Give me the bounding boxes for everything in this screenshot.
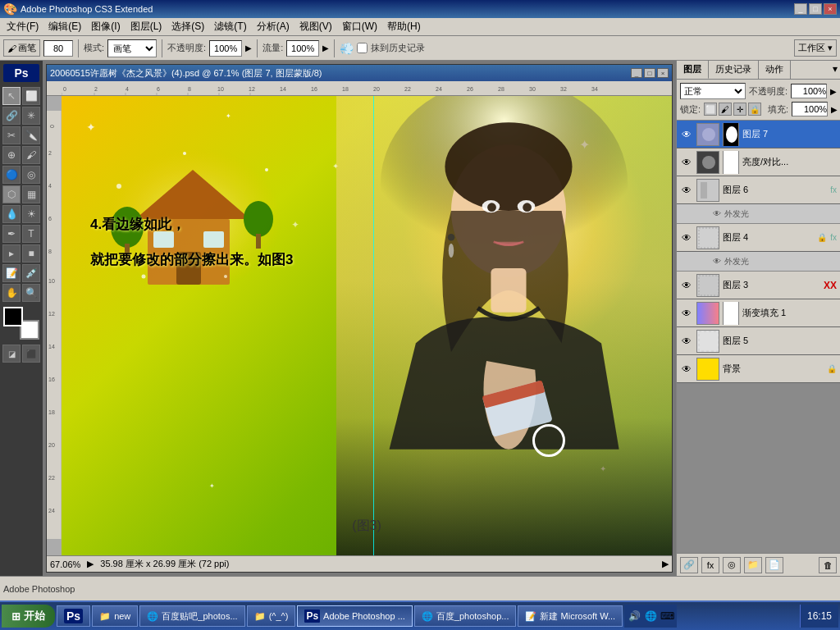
- gradient-tool[interactable]: ▦: [22, 185, 40, 203]
- dodge-tool[interactable]: ☀: [22, 205, 40, 223]
- brush-size-input[interactable]: [43, 40, 73, 57]
- lock-position-btn[interactable]: ✛: [733, 103, 746, 116]
- canvas-controls[interactable]: _ □ ×: [631, 68, 669, 78]
- foreground-color[interactable]: [3, 307, 23, 326]
- layer-visibility-3[interactable]: 👁: [680, 279, 693, 292]
- fill-arrow-icon[interactable]: ▶: [831, 105, 838, 114]
- new-group-btn[interactable]: 📁: [744, 557, 762, 573]
- new-layer-btn[interactable]: 📄: [765, 557, 783, 573]
- tray-icon-2[interactable]: 🌐: [644, 609, 657, 623]
- layer-item-7[interactable]: 👁 图层 7: [677, 121, 840, 148]
- layer-visibility-brightness[interactable]: 👁: [680, 156, 693, 169]
- minimize-button[interactable]: _: [794, 3, 807, 15]
- shape-tool[interactable]: ■: [22, 244, 40, 262]
- fill-ctrl-input[interactable]: [792, 102, 828, 116]
- canvas-minimize[interactable]: _: [631, 68, 642, 78]
- link-layers-btn[interactable]: 🔗: [680, 557, 698, 573]
- history-checkbox[interactable]: [357, 43, 368, 53]
- screen-mode-btn[interactable]: ⬛: [22, 345, 40, 363]
- color-swatch[interactable]: [3, 307, 39, 340]
- layer-visibility-5[interactable]: 👁: [680, 335, 693, 348]
- panel-menu-btn[interactable]: ▾: [830, 61, 840, 79]
- stamp-tool[interactable]: 🔵: [2, 166, 21, 184]
- canvas-maximize[interactable]: □: [644, 68, 655, 78]
- blur-tool[interactable]: 💧: [2, 205, 21, 223]
- notes-tool[interactable]: 📝: [2, 264, 21, 282]
- layer-effect-4-glow[interactable]: 👁 外发光: [677, 252, 840, 272]
- eraser-tool[interactable]: ⬡: [2, 185, 21, 203]
- quick-mask-btn[interactable]: ◪: [2, 345, 21, 363]
- taskbar-item-baidu-photoshop[interactable]: 🌐 百度_photoshop...: [414, 605, 517, 627]
- mode-select[interactable]: 画笔: [107, 39, 157, 57]
- menu-filter[interactable]: 滤镜(T): [209, 18, 251, 35]
- lock-transparent-btn[interactable]: ⬜: [704, 103, 717, 116]
- taskbar-item-smile[interactable]: 📁 (^_^): [247, 605, 296, 627]
- slice-tool[interactable]: 🔪: [22, 126, 40, 144]
- taskbar-item-word[interactable]: 📝 新建 Microsoft W...: [518, 605, 623, 627]
- close-button[interactable]: ×: [824, 3, 837, 15]
- tab-actions[interactable]: 动作: [759, 61, 791, 79]
- title-bar-controls[interactable]: _ □ ×: [794, 3, 837, 15]
- canvas-close[interactable]: ×: [657, 68, 669, 78]
- menu-edit[interactable]: 编辑(E): [43, 18, 86, 35]
- taskbar-item-new[interactable]: 📁 new: [92, 605, 138, 627]
- layer-item-4[interactable]: 👁 图层 4 🔒 fx: [677, 224, 840, 252]
- layer-item-6[interactable]: 👁 图层 6 fx: [677, 176, 840, 204]
- eyedropper-tool[interactable]: 💉: [22, 264, 40, 282]
- lock-paint-btn[interactable]: 🖌: [719, 103, 732, 116]
- layer-item-gradient[interactable]: 👁: [677, 299, 840, 327]
- menu-file[interactable]: 文件(F): [2, 18, 43, 35]
- layer-item-brightness[interactable]: 👁 亮度/对比...: [677, 148, 840, 176]
- zoom-tool[interactable]: 🔍: [22, 284, 40, 302]
- brush-tool[interactable]: 🖌: [22, 146, 40, 164]
- flow-input[interactable]: [286, 40, 319, 57]
- workspace-btn[interactable]: 工作区 ▾: [794, 39, 837, 57]
- lasso-tool[interactable]: 🔗: [2, 107, 21, 125]
- history-brush-tool[interactable]: ◎: [22, 166, 40, 184]
- tab-layers[interactable]: 图层: [677, 61, 709, 79]
- opacity-input[interactable]: [209, 40, 242, 57]
- add-style-btn[interactable]: fx: [701, 557, 719, 573]
- tab-history[interactable]: 历史记录: [709, 61, 759, 79]
- menu-help[interactable]: 帮助(H): [382, 18, 426, 35]
- layer-item-3[interactable]: 👁 图层 3 XX: [677, 272, 840, 299]
- canvas-document[interactable]: ✦ ✦ ✦ ✦ ✦ ✦ ✦ 4.看边缘如此， 就把要修改的部分擦出来。如图3: [62, 96, 672, 555]
- rectangle-select-tool[interactable]: ⬜: [22, 87, 40, 105]
- flow-arrow[interactable]: ▶: [322, 43, 329, 52]
- layer-visibility-6[interactable]: 👁: [680, 184, 693, 197]
- add-mask-btn[interactable]: ◎: [723, 557, 741, 573]
- opacity-ctrl-input[interactable]: [791, 84, 827, 98]
- maximize-button[interactable]: □: [809, 3, 822, 15]
- healing-tool[interactable]: ⊕: [2, 146, 21, 164]
- opacity-arrow[interactable]: ▶: [245, 43, 252, 52]
- tray-icon-3[interactable]: ⌨: [660, 609, 673, 623]
- tool-preset-btn[interactable]: 🖌 画笔: [3, 39, 40, 57]
- layer-item-bg[interactable]: 👁 背景 🔒: [677, 355, 840, 383]
- menu-image[interactable]: 图像(I): [86, 18, 125, 35]
- scroll-arrow-right[interactable]: ▶: [662, 559, 669, 569]
- start-button[interactable]: ⊞ 开始: [2, 605, 55, 628]
- tray-icon-1[interactable]: 🔊: [628, 609, 641, 623]
- layer-visibility-7[interactable]: 👁: [680, 128, 693, 141]
- layer-effect-6-glow[interactable]: 👁 外发光: [677, 204, 840, 224]
- crop-tool[interactable]: ✂: [2, 126, 21, 144]
- taskbar-item-baidu-photoss[interactable]: 🌐 百度贴吧_photos...: [139, 605, 244, 627]
- doc-info-icon[interactable]: ▶: [87, 559, 94, 569]
- layer-visibility-4[interactable]: 👁: [680, 231, 693, 244]
- delete-layer-btn[interactable]: 🗑: [819, 557, 837, 573]
- type-tool[interactable]: T: [22, 225, 40, 243]
- path-select-tool[interactable]: ▸: [2, 244, 21, 262]
- move-tool[interactable]: ↖: [2, 87, 21, 105]
- menu-view[interactable]: 视图(V): [294, 18, 337, 35]
- taskbar-item-ps-icon[interactable]: Ps: [57, 605, 90, 627]
- lock-all-btn[interactable]: 🔒: [748, 103, 761, 116]
- menu-analyze[interactable]: 分析(A): [252, 18, 294, 35]
- menu-window[interactable]: 窗口(W): [337, 18, 382, 35]
- layer-item-5[interactable]: 👁 图层 5: [677, 327, 840, 355]
- blend-mode-select[interactable]: 正常: [680, 83, 746, 99]
- taskbar-item-photoshop[interactable]: Ps Adobe Photoshop ...: [297, 605, 412, 627]
- layer-visibility-gradient[interactable]: 👁: [680, 307, 693, 320]
- layer-visibility-bg[interactable]: 👁: [680, 363, 693, 376]
- menu-select[interactable]: 选择(S): [167, 18, 209, 35]
- hand-tool[interactable]: ✋: [2, 284, 21, 302]
